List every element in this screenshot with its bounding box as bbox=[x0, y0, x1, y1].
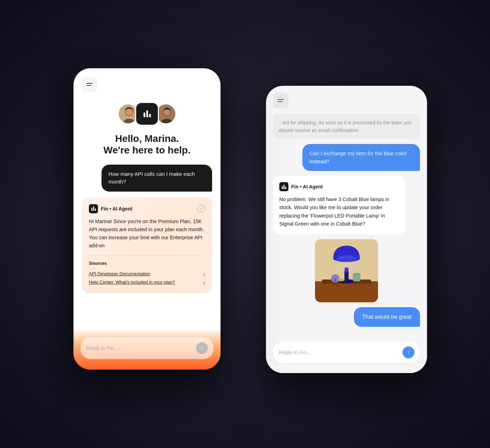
fin-avatar-center bbox=[135, 102, 159, 126]
fin-mini-icon bbox=[89, 204, 98, 213]
greeting-text: Hello, Marina. We're here to help. bbox=[82, 133, 212, 156]
fin-mini-bars-right-icon bbox=[282, 185, 286, 189]
left-input-bar[interactable]: Reply to Fin... ↑ bbox=[80, 337, 214, 359]
right-input-bar[interactable]: Reply to Fin... ↑ bbox=[273, 342, 420, 363]
ai-response-card-left: Fin • AI Agent i Hi Marina! Since you're… bbox=[82, 197, 212, 294]
user-message-right-1: Can I exchange my item for the blue colo… bbox=[302, 144, 420, 171]
hamburger-icon bbox=[86, 83, 93, 86]
svg-point-21 bbox=[338, 278, 345, 281]
right-phone-footer: Reply to Fin... ↑ bbox=[266, 336, 427, 373]
faded-message: ...est for shipping. As soon as it is pr… bbox=[273, 114, 420, 139]
svg-point-3 bbox=[126, 109, 133, 116]
svg-rect-18 bbox=[334, 278, 336, 282]
svg-point-22 bbox=[334, 255, 359, 273]
left-chat-content: How many API calls can I make each month… bbox=[74, 165, 220, 330]
ai-response-body-left: Hi Marina! Since you're on the Premium P… bbox=[89, 218, 205, 250]
right-chat-content: ...est for shipping. As soon as it is pr… bbox=[266, 108, 427, 336]
chevron-right-icon-2: › bbox=[203, 279, 205, 285]
source-link-2[interactable]: Help Center: What's included in your pla… bbox=[89, 278, 205, 286]
right-phone-header bbox=[266, 86, 427, 108]
phone-left: Hello, Marina. We're here to help. How m… bbox=[74, 68, 220, 370]
fin-mini-icon-right bbox=[279, 182, 288, 191]
menu-button-right[interactable] bbox=[273, 93, 288, 108]
left-phone-header bbox=[74, 68, 220, 92]
user-message-left: How many API calls can I make each month… bbox=[102, 165, 212, 192]
hamburger-icon-right bbox=[278, 99, 284, 102]
right-input-placeholder: Reply to Fin... bbox=[279, 349, 398, 355]
fin-mini-bars-icon bbox=[91, 206, 96, 211]
ai-card-header-right: Fin • AI Agent bbox=[279, 182, 399, 191]
ai-card-header-left: Fin • AI Agent i bbox=[89, 204, 205, 213]
menu-button-left[interactable] bbox=[82, 77, 97, 92]
sources-section: Sources API Developer Documentation › He… bbox=[89, 255, 205, 286]
chevron-right-icon-1: › bbox=[203, 271, 205, 276]
lamp-product-image bbox=[315, 239, 378, 302]
ai-response-body-right: No problem. We still have 3 Cobalt Blue … bbox=[279, 195, 399, 228]
left-send-button[interactable]: ↑ bbox=[196, 342, 208, 354]
send-icon-right: ↑ bbox=[407, 350, 410, 355]
right-send-button[interactable]: ↑ bbox=[402, 346, 414, 358]
greeting-section: Hello, Marina. We're here to help. bbox=[74, 133, 220, 156]
send-icon-left: ↑ bbox=[201, 345, 203, 351]
ai-agent-label-left: Fin • AI Agent bbox=[89, 204, 132, 213]
svg-rect-10 bbox=[315, 281, 378, 302]
fin-logo-icon bbox=[144, 110, 151, 117]
left-phone-footer: Reply to Fin... ↑ bbox=[74, 330, 220, 370]
info-icon-left[interactable]: i bbox=[197, 205, 205, 213]
ai-response-card-right: Fin • AI Agent No problem. We still have… bbox=[273, 176, 405, 234]
svg-point-20 bbox=[353, 273, 360, 276]
user-message-great: That would be great bbox=[354, 307, 420, 327]
source-link-1[interactable]: API Developer Documentation › bbox=[89, 269, 205, 278]
ai-agent-label-right: Fin • AI Agent bbox=[279, 182, 323, 191]
sources-title: Sources bbox=[89, 261, 205, 266]
phone-right: ...est for shipping. As soon as it is pr… bbox=[266, 86, 427, 373]
left-input-placeholder: Reply to Fin... bbox=[86, 345, 192, 351]
avatars-row bbox=[74, 102, 220, 126]
